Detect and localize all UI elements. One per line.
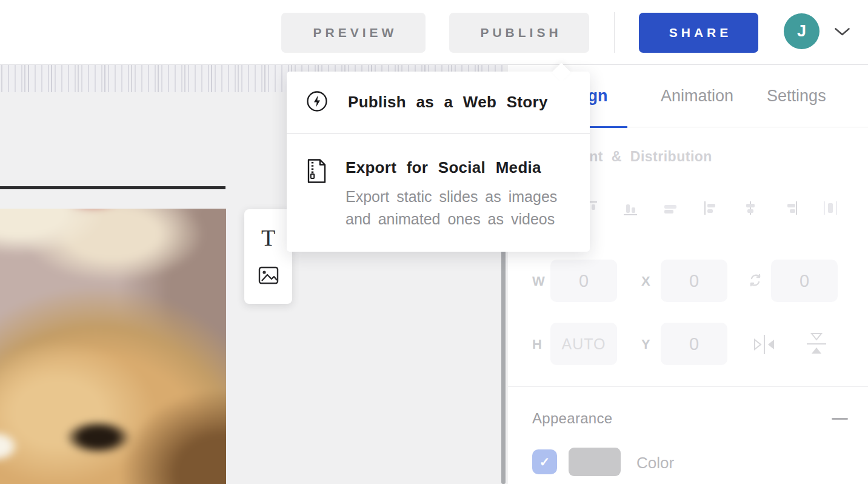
canvas-insert-toolbar: T (244, 209, 292, 304)
flip-horizontal-icon[interactable] (750, 332, 778, 360)
collapse-section-icon[interactable] (832, 418, 848, 420)
top-bar: PREVIEW PUBLISH SHARE J (0, 0, 868, 65)
x-input[interactable] (661, 260, 727, 302)
color-swatch[interactable] (569, 448, 621, 476)
publish-dropdown-menu: Publish as a Web Story Export for Social… (287, 72, 590, 252)
section-divider (508, 386, 868, 387)
preview-button[interactable]: PREVIEW (281, 13, 426, 53)
height-label: H (532, 337, 542, 352)
rotation-input[interactable] (771, 260, 838, 302)
tab-settings-label: Settings (767, 87, 826, 106)
account-chevron-down-icon[interactable] (834, 27, 850, 39)
tab-settings[interactable]: Settings (767, 65, 826, 127)
alignment-icon-row (583, 200, 838, 217)
avatar[interactable]: J (784, 13, 820, 49)
align-middle-icon[interactable] (663, 200, 678, 217)
align-center-icon[interactable] (743, 200, 758, 217)
rotation-icon[interactable] (747, 271, 763, 292)
check-icon: ✓ (539, 455, 550, 469)
menu-item-title: Publish as a Web Story (348, 93, 548, 112)
height-input[interactable] (550, 323, 617, 365)
image-tool-icon[interactable] (258, 266, 279, 287)
publish-button[interactable]: PUBLISH (449, 13, 589, 53)
color-label: Color (636, 454, 674, 472)
y-label: Y (641, 337, 650, 352)
size-position-row-2: H Y (508, 323, 868, 365)
align-left-icon[interactable] (703, 200, 718, 217)
slide-image-dog[interactable] (0, 209, 226, 484)
topbar-divider (614, 12, 615, 53)
y-input[interactable] (661, 323, 727, 365)
dog-photo-paint (0, 209, 226, 484)
avatar-initial: J (797, 22, 806, 41)
tab-animation[interactable]: Animation (661, 65, 733, 127)
share-button[interactable]: SHARE (639, 13, 758, 53)
align-right-icon[interactable] (783, 200, 798, 217)
appearance-section-title: Appearance (532, 410, 612, 427)
width-input[interactable] (550, 260, 617, 302)
text-tool-icon[interactable]: T (261, 226, 275, 249)
zip-file-icon (305, 158, 327, 230)
flip-vertical-icon[interactable] (804, 330, 829, 360)
web-story-editor: T Design Animation Settings Alignment & … (0, 0, 868, 484)
tab-animation-label: Animation (661, 87, 733, 106)
color-enabled-checkbox[interactable]: ✓ (532, 449, 557, 474)
divider-element[interactable] (0, 186, 225, 189)
align-bottom-icon[interactable] (623, 200, 638, 217)
menu-item-description: Export static slides as images and anima… (346, 186, 569, 230)
distribute-horizontal-icon[interactable] (823, 200, 838, 217)
x-label: X (641, 274, 650, 289)
menu-item-title: Export for Social Media (346, 158, 569, 177)
lightning-circle-icon (305, 90, 329, 115)
menu-item-export-social-media[interactable]: Export for Social Media Export static sl… (287, 134, 590, 230)
size-position-row-1: W X (508, 260, 868, 302)
menu-item-publish-web-story[interactable]: Publish as a Web Story (287, 72, 590, 133)
width-label: W (532, 274, 545, 289)
